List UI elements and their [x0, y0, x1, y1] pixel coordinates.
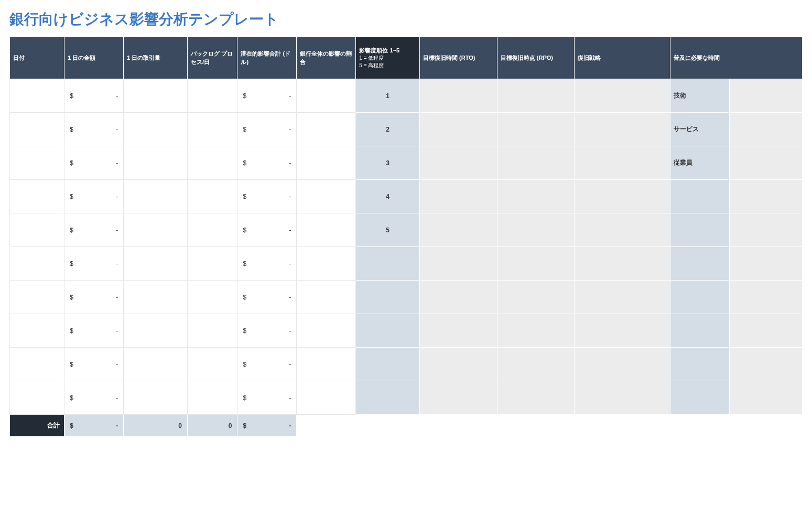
cell-recovery-strategy[interactable] [575, 247, 670, 281]
cell-rto[interactable] [420, 348, 497, 381]
cell-rpo[interactable] [497, 314, 575, 348]
cell-bank-impact-pct[interactable] [297, 281, 356, 314]
cell-daily-amount[interactable]: $- [64, 348, 124, 381]
cell-bank-impact-pct[interactable] [297, 180, 356, 213]
cell-daily-volume[interactable] [124, 79, 188, 113]
cell-potential-impact[interactable]: $- [237, 79, 297, 113]
cell-rpo[interactable] [497, 281, 575, 314]
cell-date[interactable] [10, 381, 64, 415]
cell-daily-volume[interactable] [124, 314, 188, 348]
cell-recovery-strategy[interactable] [575, 113, 670, 146]
cell-daily-amount[interactable]: $- [64, 180, 124, 213]
cell-backlog[interactable] [187, 348, 237, 381]
cell-backlog[interactable] [187, 180, 237, 213]
cell-backlog[interactable] [187, 247, 237, 281]
cell-backlog[interactable] [187, 146, 237, 180]
cell-daily-volume[interactable] [124, 348, 188, 381]
cell-bank-impact-pct[interactable] [297, 146, 356, 180]
cell-date[interactable] [10, 213, 64, 247]
cell-recovery-strategy[interactable] [575, 146, 670, 180]
cell-rpo[interactable] [497, 180, 575, 213]
cell-time-required-value[interactable] [729, 113, 802, 146]
cell-backlog[interactable] [187, 213, 237, 247]
cell-time-required-value[interactable] [729, 79, 802, 113]
cell-rpo[interactable] [497, 247, 575, 281]
cell-daily-volume[interactable] [124, 180, 188, 213]
cell-rpo[interactable] [497, 146, 575, 180]
cell-time-required-value[interactable] [729, 213, 802, 247]
cell-bank-impact-pct[interactable] [297, 79, 356, 113]
cell-rto[interactable] [420, 79, 497, 113]
cell-time-required-value[interactable] [729, 314, 802, 348]
cell-date[interactable] [10, 314, 64, 348]
cell-date[interactable] [10, 79, 64, 113]
cell-date[interactable] [10, 180, 64, 213]
cell-rto[interactable] [420, 180, 497, 213]
cell-bank-impact-pct[interactable] [297, 348, 356, 381]
cell-recovery-strategy[interactable] [575, 314, 670, 348]
cell-date[interactable] [10, 281, 64, 314]
cell-recovery-strategy[interactable] [575, 348, 670, 381]
cell-daily-amount[interactable]: $- [64, 113, 124, 146]
cell-bank-impact-pct[interactable] [297, 247, 356, 281]
cell-time-required-value[interactable] [729, 180, 802, 213]
cell-backlog[interactable] [187, 381, 237, 415]
cell-time-required-value[interactable] [729, 348, 802, 381]
cell-rpo[interactable] [497, 348, 575, 381]
cell-time-required-value[interactable] [729, 146, 802, 180]
cell-potential-impact[interactable]: $- [237, 281, 297, 314]
cell-bank-impact-pct[interactable] [297, 381, 356, 415]
cell-recovery-strategy[interactable] [575, 381, 670, 415]
cell-rpo[interactable] [497, 381, 575, 415]
cell-daily-volume[interactable] [124, 146, 188, 180]
cell-backlog[interactable] [187, 113, 237, 146]
cell-date[interactable] [10, 146, 64, 180]
cell-daily-volume[interactable] [124, 247, 188, 281]
cell-date[interactable] [10, 113, 64, 146]
cell-daily-amount[interactable]: $- [64, 281, 124, 314]
cell-rto[interactable] [420, 213, 497, 247]
cell-rto[interactable] [420, 113, 497, 146]
cell-rto[interactable] [420, 314, 497, 348]
cell-potential-impact[interactable]: $- [237, 381, 297, 415]
cell-date[interactable] [10, 348, 64, 381]
cell-daily-volume[interactable] [124, 213, 188, 247]
cell-potential-impact[interactable]: $- [237, 180, 297, 213]
cell-potential-impact[interactable]: $- [237, 247, 297, 281]
cell-rto[interactable] [420, 381, 497, 415]
cell-rto[interactable] [420, 247, 497, 281]
cell-daily-amount[interactable]: $- [64, 79, 124, 113]
cell-daily-amount[interactable]: $- [64, 146, 124, 180]
cell-potential-impact[interactable]: $- [237, 314, 297, 348]
cell-date[interactable] [10, 247, 64, 281]
cell-potential-impact[interactable]: $- [237, 213, 297, 247]
cell-daily-amount[interactable]: $- [64, 247, 124, 281]
cell-daily-amount[interactable]: $- [64, 314, 124, 348]
cell-time-required-value[interactable] [729, 247, 802, 281]
cell-recovery-strategy[interactable] [575, 213, 670, 247]
cell-daily-volume[interactable] [124, 281, 188, 314]
cell-rpo[interactable] [497, 113, 575, 146]
cell-rto[interactable] [420, 146, 497, 180]
cell-time-required-value[interactable] [729, 381, 802, 415]
cell-backlog[interactable] [187, 281, 237, 314]
cell-rpo[interactable] [497, 79, 575, 113]
cell-backlog[interactable] [187, 314, 237, 348]
cell-daily-volume[interactable] [124, 113, 188, 146]
cell-recovery-strategy[interactable] [575, 281, 670, 314]
cell-bank-impact-pct[interactable] [297, 113, 356, 146]
cell-potential-impact[interactable]: $- [237, 113, 297, 146]
cell-recovery-strategy[interactable] [575, 180, 670, 213]
cell-backlog[interactable] [187, 79, 237, 113]
cell-rto[interactable] [420, 281, 497, 314]
cell-recovery-strategy[interactable] [575, 79, 670, 113]
cell-rpo[interactable] [497, 213, 575, 247]
cell-time-required-value[interactable] [729, 281, 802, 314]
cell-daily-amount[interactable]: $- [64, 213, 124, 247]
cell-bank-impact-pct[interactable] [297, 314, 356, 348]
cell-bank-impact-pct[interactable] [297, 213, 356, 247]
cell-daily-volume[interactable] [124, 381, 188, 415]
cell-daily-amount[interactable]: $- [64, 381, 124, 415]
cell-potential-impact[interactable]: $- [237, 348, 297, 381]
cell-potential-impact[interactable]: $- [237, 146, 297, 180]
